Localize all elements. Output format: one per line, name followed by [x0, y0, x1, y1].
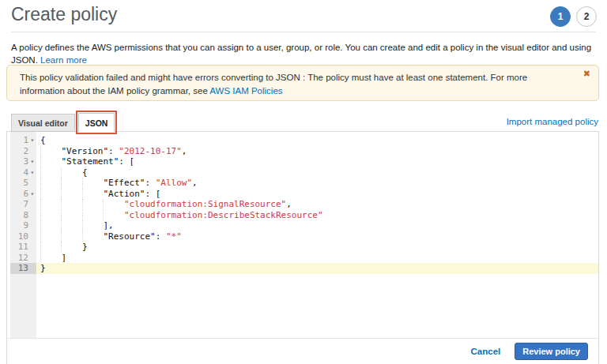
code-line: } [36, 263, 598, 274]
code-line: "Action": [ [36, 189, 598, 200]
intro-text: A policy defines the AWS permissions tha… [11, 43, 591, 65]
line-number: 11▾ [10, 242, 36, 253]
indent-guide [82, 220, 103, 231]
policy-editor-panel: 1▾{2▾"Version": "2012-10-17",3▾"Statemen… [6, 131, 599, 364]
cancel-button[interactable]: Cancel [471, 347, 501, 356]
indent-guide [40, 178, 61, 189]
indent-guide [61, 231, 81, 242]
indent-guide [103, 210, 123, 221]
line-number: 4▾ [10, 167, 36, 178]
code-editor-lines: 1▾{2▾"Version": "2012-10-17",3▾"Statemen… [10, 135, 598, 274]
indent-guide [40, 220, 61, 231]
fold-icon[interactable]: ▾ [28, 135, 36, 146]
line-number: 2▾ [10, 146, 36, 157]
code-line: ], [36, 220, 598, 231]
line-number: 6▾ [10, 189, 36, 200]
editor-line-12[interactable]: 12▾] [10, 253, 598, 264]
indent-guide [40, 146, 61, 157]
editor-line-3[interactable]: 3▾"Statement": [ [10, 156, 598, 167]
page-title: Create policy [11, 4, 117, 25]
create-policy-page: Create policy 1 2 A policy defines the A… [0, 0, 607, 364]
code-line: { [36, 167, 598, 178]
fold-icon[interactable]: ▾ [28, 167, 36, 178]
editor-line-6[interactable]: 6▾"Action": [ [10, 189, 598, 200]
close-icon[interactable]: ✖ [583, 69, 590, 78]
editor-line-5[interactable]: 5▾"Effect": "Allow", [10, 178, 598, 189]
import-managed-policy-link[interactable]: Import managed policy [507, 117, 598, 126]
code-editor[interactable]: 1▾{2▾"Version": "2012-10-17",3▾"Statemen… [10, 132, 598, 338]
indent-guide [82, 231, 103, 242]
footer-bar: Cancel Review policy [7, 338, 598, 364]
editor-line-2[interactable]: 2▾"Version": "2012-10-17", [10, 146, 598, 157]
indent-guide [61, 189, 81, 200]
line-number: 1▾ [10, 135, 36, 146]
code-line: "cloudformation:DescribeStackResource" [36, 210, 598, 221]
line-number: 8▾ [10, 210, 36, 221]
line-number: 9▾ [10, 220, 36, 231]
editor-line-8[interactable]: 8▾"cloudformation:DescribeStackResource" [10, 210, 598, 221]
line-number: 7▾ [10, 199, 36, 210]
step-indicator: 1 2 [550, 6, 597, 27]
indent-guide [82, 178, 103, 189]
review-policy-button[interactable]: Review policy [515, 343, 588, 360]
indent-guide [61, 199, 81, 210]
editor-line-1[interactable]: 1▾{ [10, 135, 598, 146]
line-number: 13▾ [10, 263, 36, 274]
indent-guide [61, 178, 81, 189]
indent-guide [40, 167, 61, 178]
validation-alert: This policy validation failed and might … [6, 65, 599, 101]
indent-guide [40, 242, 61, 253]
code-line: "Resource": "*" [36, 231, 598, 242]
editor-line-7[interactable]: 7▾"cloudformation:SignalResource", [10, 199, 598, 210]
editor-line-13[interactable]: 13▾} [10, 263, 598, 274]
indent-guide [61, 210, 81, 221]
indent-guide [82, 199, 103, 210]
intro-paragraph: A policy defines the AWS permissions tha… [11, 41, 596, 66]
tab-visual-editor[interactable]: Visual editor [11, 114, 75, 132]
editor-line-10[interactable]: 10▾"Resource": "*" [10, 231, 598, 242]
line-number: 3▾ [10, 156, 36, 167]
tab-json[interactable]: JSON [78, 113, 115, 132]
indent-guide [61, 167, 81, 178]
indent-guide [40, 210, 61, 221]
indent-guide [61, 242, 81, 253]
indent-guide [82, 210, 103, 221]
fold-icon[interactable]: ▾ [28, 189, 36, 200]
line-number: 10▾ [10, 231, 36, 242]
aws-iam-policies-link[interactable]: AWS IAM Policies [209, 86, 282, 96]
code-line: ] [36, 253, 598, 264]
fold-icon[interactable]: ▾ [28, 156, 36, 167]
line-number: 5▾ [10, 178, 36, 189]
indent-guide [40, 199, 61, 210]
indent-guide [82, 189, 103, 200]
indent-guide [61, 220, 81, 231]
code-line: } [36, 242, 598, 253]
indent-guide [40, 189, 61, 200]
step-2-badge: 2 [576, 6, 597, 27]
step-1-badge: 1 [550, 6, 571, 27]
indent-guide [40, 231, 61, 242]
code-line: "Statement": [ [36, 156, 598, 167]
indent-guide [40, 253, 61, 264]
editor-line-4[interactable]: 4▾{ [10, 167, 598, 178]
header-divider [11, 32, 596, 32]
code-line: "Effect": "Allow", [36, 178, 598, 189]
indent-guide [40, 156, 61, 167]
code-line: "Version": "2012-10-17", [36, 146, 598, 157]
indent-guide [103, 199, 123, 210]
code-line: "cloudformation:SignalResource", [36, 199, 598, 210]
editor-line-9[interactable]: 9▾], [10, 220, 598, 231]
editor-line-11[interactable]: 11▾} [10, 242, 598, 253]
line-number: 12▾ [10, 253, 36, 264]
learn-more-link[interactable]: Learn more [40, 55, 87, 65]
tab-bar: Visual editor JSON [11, 113, 118, 132]
code-line: { [36, 135, 598, 146]
